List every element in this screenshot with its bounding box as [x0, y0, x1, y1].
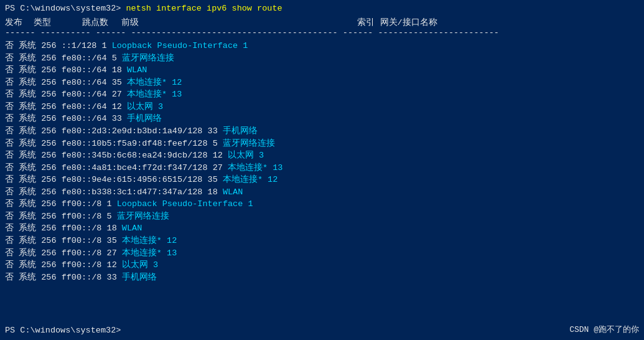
command-text: netsh interface ipv6 show route	[126, 4, 282, 13]
table-row: 否 系统 256 ::1/128 1 Loopback Pseudo-Inter…	[5, 40, 639, 52]
table-row: 否 系统 256 fe80::/64 5 蓝牙网络连接	[5, 52, 639, 65]
table-body: 否 系统 256 ::1/128 1 Loopback Pseudo-Inter…	[5, 40, 639, 283]
table-row: 否 系统 256 fe80::b338:3c1:d477:347a/128 18…	[5, 186, 639, 199]
table-row: 否 系统 256 ff00::/8 1 Loopback Pseudo-Inte…	[5, 198, 639, 210]
table-row: 否 系统 256 ff00::/8 35 本地连接* 12	[5, 235, 639, 247]
table-row: 否 系统 256 fe80::4a81:bce4:f72d:f347/128 2…	[5, 162, 639, 174]
footer-prompt: PS C:\windows\system32>	[5, 326, 121, 335]
table-row: 否 系统 256 fe80::/64 27 本地连接* 13	[5, 88, 639, 101]
table-row: 否 系统 256 fe80::/64 33 手机网络	[5, 113, 639, 125]
watermark: CSDN @跑不了的你	[569, 324, 639, 335]
table-row: 否 系统 256 ff00::/8 33 手机网络	[5, 272, 639, 284]
table-row: 否 系统 256 ff00::/8 27 本地连接* 13	[5, 247, 639, 260]
table-row: 否 系统 256 ff00::/8 18 WLAN	[5, 222, 639, 235]
table-row: 否 系统 256 fe80::/64 35 本地连接* 12	[5, 77, 639, 89]
table-row: 否 系统 256 fe80::2d3:2e9d:b3bd:1a49/128 33…	[5, 125, 639, 138]
table-row: 否 系统 256 ff00::/8 5 蓝牙网络连接	[5, 210, 639, 223]
table-row: 否 系统 256 fe80::/64 18 WLAN	[5, 64, 639, 77]
table-row: 否 系统 256 ff00::/8 12 以太网 3	[5, 259, 639, 272]
table-row: 否 系统 256 fe80::/64 12 以太网 3	[5, 101, 639, 113]
footer-prompt-text: PS C:\windows\system32>	[5, 326, 121, 335]
table-row: 否 系统 256 fe80::345b:6c68:ea24:9dcb/128 1…	[5, 149, 639, 162]
table-header: 发布 类型 跳点数 前级 索引 网关/接口名称	[5, 17, 639, 28]
command-line: PS C:\windows\system32> netsh interface …	[5, 4, 639, 13]
table-row: 否 系统 256 fe80::9e4e:615:4956:6515/128 35…	[5, 174, 639, 186]
table-row: 否 系统 256 fe80::10b5:f5a9:df48:feef/128 5…	[5, 138, 639, 150]
prompt-text: PS C:\windows\system32>	[5, 4, 126, 13]
table-separator: ------ ---------- ------ ---------------…	[5, 28, 639, 37]
